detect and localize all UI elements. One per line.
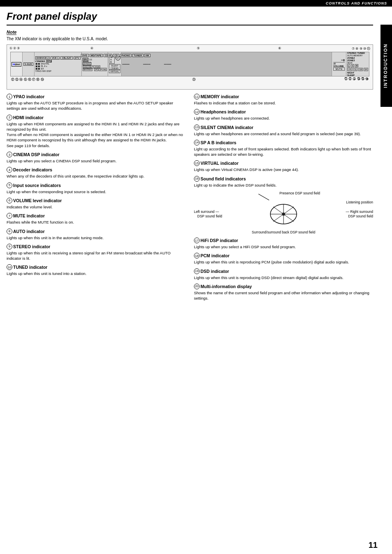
num-circle-8: 8 <box>7 229 12 234</box>
indicator-11: 11 MEMORY indicator Flashes to indicate … <box>194 94 373 106</box>
descriptions-grid: 1 YPAO indicator Lights up when the AUTO… <box>7 94 373 305</box>
section-header: CONTROLS AND FUNCTIONS <box>0 0 392 7</box>
indicator-13: 13 SILENT CINEMA indicator Lights up whe… <box>194 125 373 136</box>
indicator-7: 7 MUTE indicator Flashes while the MUTE … <box>7 213 186 225</box>
note-section: Note The XM indicator is only applicable… <box>7 30 373 41</box>
indicator-10: 10 TUNED indicator Lights up when this u… <box>7 264 186 276</box>
right-surround-label: — Right surroundDSP sound field <box>346 210 373 219</box>
num-circle-20: 20 <box>194 284 200 289</box>
num-circle-14: 14 <box>194 140 200 145</box>
indicator-6: 6 VOLUME level indicator Indicates the v… <box>7 198 186 210</box>
num-circle-9: 9 <box>7 244 12 249</box>
num-circle-10: 10 <box>7 264 12 270</box>
indicator-5: 5 Input source indicators Light up when … <box>7 182 186 194</box>
listening-label: Listening position <box>346 200 373 204</box>
indicator-4: 4 Decoder indicators When any of the dec… <box>7 167 186 179</box>
num-circle-3: 3 <box>7 152 12 157</box>
num-circle-11: 11 <box>194 94 200 99</box>
num-circle-12: 12 <box>194 109 200 115</box>
indicator-3: 3 CINEMA DSP indicator Lights up when yo… <box>7 152 186 164</box>
num-1: ① ② ③ <box>9 46 20 51</box>
note-text: The XM indicator is only applicable to t… <box>7 37 373 41</box>
presence-label: Presence DSP sound field <box>279 191 320 195</box>
indicator-14: 14 SP A B indicators Light up according … <box>194 140 373 157</box>
page-number: 11 <box>369 540 378 550</box>
sound-field-svg <box>269 203 298 225</box>
num-circle-19: 19 <box>194 268 200 274</box>
num-circle-17: 17 <box>194 238 200 243</box>
note-label: Note <box>7 30 16 35</box>
num-bottom-left: ⑫ ⑬ ⑭ ⑮ ⑯ ⑰ ⑱ ⑲ <box>11 77 44 82</box>
indicator-1: 1 YPAO indicator Lights up when the AUTO… <box>7 94 186 111</box>
indicator-9: 9 STEREO indicator Lights up when this u… <box>7 244 186 261</box>
surround-back-label: Surround/surround back DSP sound field <box>252 230 315 234</box>
num-circle-7: 7 <box>7 213 12 219</box>
num-circle-15: 15 <box>194 160 200 166</box>
num-circle-4: 4 <box>7 167 12 173</box>
num-21-26: ㉑ ㉒ ㉓ ㉔ ㉕ ㉖ <box>344 77 369 82</box>
num-circle-13: 13 <box>194 125 200 130</box>
num-circle-18: 18 <box>194 253 200 259</box>
presence-arrow <box>258 194 269 201</box>
num-circle-16: 16 <box>194 176 200 182</box>
num-circle-1: 1 <box>7 94 12 99</box>
num-6: ⑥ <box>278 46 281 51</box>
indicator-12: 12 Headphones indicator Lights up when h… <box>194 109 373 121</box>
indicator-19: 19 DSD indicator Lights up when this uni… <box>194 268 373 280</box>
indicator-18: 18 PCM indicator Lights up when this uni… <box>194 253 373 265</box>
num-5: ⑤ <box>197 46 200 51</box>
num-7-11: ⑦ ⑧ ⑨ ⑩ ⑪ <box>352 46 370 51</box>
indicator-16: 16 Sound field indicators Light up to in… <box>194 176 373 234</box>
num-circle-5: 5 <box>7 182 12 188</box>
num-4: ④ <box>90 46 93 51</box>
num-circle-6: 6 <box>7 198 12 203</box>
indicator-15: 15 VIRTUAL indicator Lights up when Virt… <box>194 160 373 172</box>
chapter-tab: INTRODUCTION <box>380 25 392 107</box>
num-circle-2: 2 <box>7 115 12 120</box>
indicator-8: 8 AUTO indicator Lights up when this uni… <box>7 229 186 240</box>
indicator-20: 20 Multi-information display Shows the n… <box>194 284 373 301</box>
indicator-2: 2 HDMI indicator Lights up when HDMI com… <box>7 115 186 148</box>
page-title: Front panel display <box>7 11 373 25</box>
panel-diagram: ① ② ③ ④ ⑤ ⑥ ⑦ ⑧ ⑨ ⑩ ⑪ Hdmi V-AUX DVR/VCR… <box>7 44 373 90</box>
num-20: ⑳ <box>192 77 196 82</box>
left-surround-label: Left surround —DSP sound field <box>194 210 222 219</box>
indicator-17: 17 HiFi DSP indicator Lights up when you… <box>194 238 373 249</box>
